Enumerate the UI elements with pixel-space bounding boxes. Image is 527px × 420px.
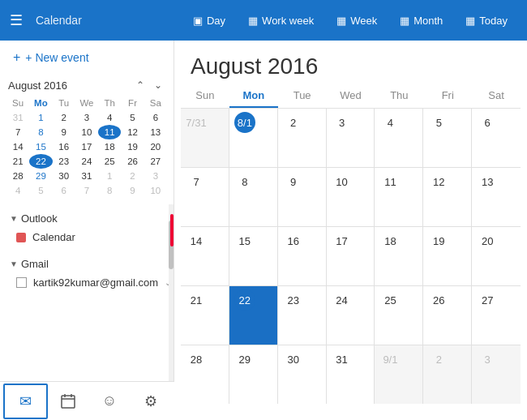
gmail-checkbox[interactable] (16, 277, 27, 288)
mini-day-12[interactable]: 12 (121, 125, 144, 139)
cal-day-cell[interactable]: 10 (327, 168, 375, 226)
cal-day-cell[interactable]: 4 (375, 109, 423, 167)
cal-day-cell[interactable]: 26 (423, 286, 472, 345)
mini-day-20[interactable]: 20 (144, 139, 167, 154)
mini-day-10[interactable]: 10 (75, 125, 98, 139)
mini-day-1[interactable]: 1 (98, 169, 121, 183)
mini-day-22[interactable]: 22 (29, 154, 52, 169)
mini-day-24[interactable]: 24 (75, 154, 98, 169)
cal-day-cell[interactable]: 31 (327, 345, 375, 404)
mini-day-8[interactable]: 8 (29, 125, 52, 139)
mini-day-21[interactable]: 21 (6, 154, 29, 169)
mini-day-31[interactable]: 31 (75, 169, 98, 183)
mini-day-6[interactable]: 6 (53, 183, 75, 198)
mini-day-1[interactable]: 1 (29, 110, 52, 125)
mini-day-23[interactable]: 23 (53, 154, 75, 169)
mini-day-28[interactable]: 28 (6, 169, 29, 183)
mini-day-5[interactable]: 5 (29, 183, 52, 198)
sidebar-resize-handle[interactable] (170, 214, 174, 246)
gmail-calendar-item[interactable]: kartik92kumar@gmail.com ⌄ (10, 273, 164, 292)
new-event-button[interactable]: + + New event (0, 41, 174, 75)
cal-day-cell[interactable]: 25 (375, 286, 423, 345)
mini-day-7[interactable]: 7 (75, 183, 98, 198)
mini-day-18[interactable]: 18 (98, 139, 121, 154)
mini-day-29[interactable]: 29 (29, 169, 52, 183)
outlook-calendar-item[interactable]: Calendar (10, 228, 164, 246)
cal-day-cell[interactable]: 14 (181, 227, 229, 285)
cal-day-cell[interactable]: 12 (423, 168, 472, 226)
cal-day-cell[interactable]: 17 (327, 227, 375, 285)
cal-day-cell[interactable]: 13 (472, 168, 521, 226)
cal-day-cell[interactable]: 15 (229, 227, 278, 285)
nav-workweek-button[interactable]: ▦ Work week (238, 10, 323, 32)
mini-day-26[interactable]: 26 (121, 154, 144, 169)
hamburger-menu[interactable]: ☰ (10, 11, 23, 29)
mini-day-4[interactable]: 4 (98, 110, 121, 125)
cal-day-cell[interactable]: 11 (375, 168, 423, 226)
mini-day-7[interactable]: 7 (6, 125, 29, 139)
mini-day-14[interactable]: 14 (6, 139, 29, 154)
main-cal-title: August 2016 (174, 41, 527, 86)
mini-day-16[interactable]: 16 (53, 139, 75, 154)
cal-day-cell[interactable]: 6 (472, 109, 521, 167)
cal-day-cell[interactable]: 9/1 (375, 345, 423, 404)
cal-day-cell[interactable]: 23 (278, 286, 327, 345)
settings-icon[interactable]: ⚙ (130, 384, 171, 419)
cal-day-cell[interactable]: 30 (278, 345, 327, 404)
cal-day-num: 18 (379, 230, 401, 251)
mini-col-mo: Mo (29, 96, 52, 110)
mail-icon[interactable]: ✉ (3, 384, 48, 419)
cal-day-cell[interactable]: 16 (278, 227, 327, 285)
mini-day-3[interactable]: 3 (75, 110, 98, 125)
mini-day-2[interactable]: 2 (121, 169, 144, 183)
gmail-group-header[interactable]: ▼ Gmail (10, 255, 164, 273)
mini-cal-next[interactable]: ⌄ (151, 78, 165, 92)
mini-day-2[interactable]: 2 (53, 110, 75, 125)
cal-day-cell[interactable]: 5 (423, 109, 472, 167)
cal-day-cell[interactable]: 19 (423, 227, 472, 285)
plus-icon: + (13, 50, 20, 65)
cal-day-cell[interactable]: 20 (472, 227, 521, 285)
cal-day-cell[interactable]: 3 (472, 345, 521, 404)
mini-day-19[interactable]: 19 (121, 139, 144, 154)
mini-day-3[interactable]: 3 (144, 169, 167, 183)
mini-day-9[interactable]: 9 (121, 183, 144, 198)
cal-day-cell[interactable]: 2 (278, 109, 327, 167)
nav-today-button[interactable]: ▦ Today (456, 10, 517, 32)
cal-day-cell[interactable]: 29 (229, 345, 278, 404)
mini-day-8[interactable]: 8 (98, 183, 121, 198)
cal-day-cell[interactable]: 8/1 (229, 109, 278, 167)
cal-day-cell[interactable]: 18 (375, 227, 423, 285)
cal-day-cell[interactable]: 2 (423, 345, 472, 404)
mini-day-10[interactable]: 10 (144, 183, 167, 198)
mini-day-15[interactable]: 15 (29, 139, 52, 154)
mini-day-11[interactable]: 11 (98, 125, 121, 139)
cal-day-cell[interactable]: 9 (278, 168, 327, 226)
cal-day-cell[interactable]: 7 (181, 168, 229, 226)
cal-day-cell[interactable]: 28 (181, 345, 229, 404)
mini-day-27[interactable]: 27 (144, 154, 167, 169)
calendar-icon[interactable] (48, 384, 89, 419)
mini-day-6[interactable]: 6 (144, 110, 167, 125)
mini-day-25[interactable]: 25 (98, 154, 121, 169)
mini-day-30[interactable]: 30 (53, 169, 75, 183)
nav-month-button[interactable]: ▦ Month (390, 10, 452, 32)
mini-day-17[interactable]: 17 (75, 139, 98, 154)
cal-day-cell[interactable]: 24 (327, 286, 375, 345)
cal-day-cell[interactable]: 27 (472, 286, 521, 345)
cal-day-cell[interactable]: 8 (229, 168, 278, 226)
mini-day-13[interactable]: 13 (144, 125, 167, 139)
mini-day-5[interactable]: 5 (121, 110, 144, 125)
nav-week-button[interactable]: ▦ Week (327, 10, 387, 32)
cal-day-cell[interactable]: 21 (181, 286, 229, 345)
cal-day-cell[interactable]: 7/31 (181, 109, 229, 167)
smiley-icon[interactable]: ☺ (89, 384, 131, 419)
cal-day-cell[interactable]: 22 (229, 286, 278, 345)
outlook-group-header[interactable]: ▼ Outlook (10, 209, 164, 228)
nav-day-button[interactable]: ▣ Day (183, 10, 235, 32)
mini-day-4[interactable]: 4 (6, 183, 29, 198)
mini-cal-prev[interactable]: ⌃ (133, 78, 148, 92)
mini-day-31[interactable]: 31 (6, 110, 29, 125)
cal-day-cell[interactable]: 3 (327, 109, 375, 167)
mini-day-9[interactable]: 9 (53, 125, 75, 139)
